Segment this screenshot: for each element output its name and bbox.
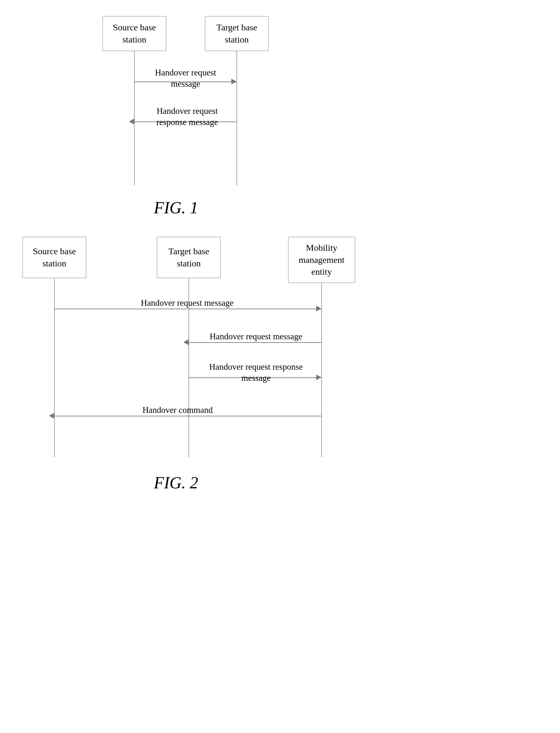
fig2-mme-box: Mobility management entity (288, 237, 355, 283)
fig1-msg2-label: Handover request response message (141, 106, 234, 128)
fig2-source-label: Source base station (33, 245, 76, 270)
fig1-msg1-label: Handover request message (141, 67, 230, 90)
fig1-target-box: Target base station (205, 16, 269, 51)
fig2-mme-label: Mobility management entity (299, 242, 344, 278)
fig1-arrow1-head (231, 79, 236, 84)
fig2-arrow1-line (54, 309, 321, 309)
fig1-target-vline (236, 51, 237, 186)
fig2-source-box: Source base station (22, 237, 86, 278)
fig2-arrow2-line (188, 342, 321, 343)
fig2-mme-vline (321, 283, 322, 457)
fig2-arrow1-head (316, 306, 321, 312)
fig1-source-label: Source base station (113, 21, 156, 46)
fig2-target-label: Target base station (168, 245, 209, 270)
fig1-label: FIG. 1 (96, 198, 256, 217)
fig2-msg3-label: Handover request response message (194, 362, 318, 384)
fig1-target-label: Target base station (216, 21, 257, 46)
fig1-source-vline (134, 51, 135, 186)
page: Source base station Target base station … (0, 0, 560, 733)
fig2-source-vline (54, 278, 55, 457)
fig2-arrow4-line (54, 416, 321, 416)
fig2-msg2-label: Handover request message (195, 331, 317, 342)
fig1-arrow2-head (129, 119, 134, 124)
fig2-msg4-label: Handover command (122, 404, 234, 416)
fig2-arrow4-head (49, 413, 54, 418)
fig2-arrow2-head (183, 339, 188, 345)
fig2-msg1-label: Handover request message (99, 298, 275, 309)
fig2-target-box: Target base station (157, 237, 221, 278)
fig2-label: FIG. 2 (64, 473, 288, 492)
fig1-source-box: Source base station (102, 16, 166, 51)
